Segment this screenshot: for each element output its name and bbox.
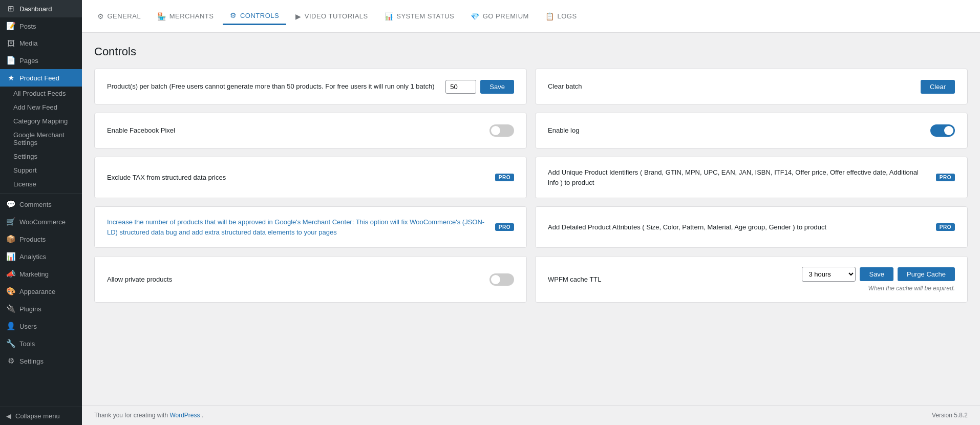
batch-input[interactable] xyxy=(445,80,476,94)
tab-merchants[interactable]: 🏪 MERCHANTS xyxy=(150,8,221,25)
increase-products-actions: PRO xyxy=(495,223,514,231)
tab-logs[interactable]: 📋 LOGS xyxy=(538,8,584,25)
controls-tab-icon: ⚙ xyxy=(230,11,237,19)
sub-label: License xyxy=(13,180,36,188)
private-products-toggle[interactable] xyxy=(489,273,514,286)
sidebar-item-products[interactable]: 📦 Products xyxy=(0,230,82,248)
sidebar-item-marketing[interactable]: 📣 Marketing xyxy=(0,265,82,283)
sidebar-item-comments[interactable]: 💬 Comments xyxy=(0,196,82,213)
clear-batch-label: Clear batch xyxy=(548,81,912,92)
detailed-attributes-label: Add Detailed Product Attributes ( Size, … xyxy=(548,222,928,232)
exclude-tax-actions: PRO xyxy=(495,174,514,181)
sidebar-sub-category-mapping[interactable]: Category Mapping xyxy=(0,114,82,128)
posts-icon: 📝 xyxy=(6,22,15,31)
sidebar-item-label: Marketing xyxy=(19,270,49,278)
card-cache-ttl: WPFM cache TTL 3 hours 6 hours 12 hours … xyxy=(535,256,968,303)
increase-products-label: Increase the number of products that wil… xyxy=(107,217,487,237)
batch-label: Product(s) per batch (Free users cannot … xyxy=(107,81,437,92)
appearance-icon: 🎨 xyxy=(6,287,15,296)
sidebar-sub-all-product-feeds[interactable]: All Product Feeds xyxy=(0,87,82,100)
page-content: Controls Product(s) per batch (Free user… xyxy=(82,33,980,405)
sidebar-sub-add-new-feed[interactable]: Add New Feed xyxy=(0,100,82,114)
card-private-products: Allow private products xyxy=(94,256,527,303)
sidebar-item-pages[interactable]: 📄 Pages xyxy=(0,52,82,69)
tab-go-premium[interactable]: 💎 GO PREMIUM xyxy=(463,8,536,25)
logs-tab-icon: 📋 xyxy=(545,12,555,20)
sidebar-item-dashboard[interactable]: ⊞ Dashboard xyxy=(0,0,82,17)
private-products-label: Allow private products xyxy=(107,274,481,285)
sidebar-item-media[interactable]: 🖼 Media xyxy=(0,35,82,52)
sidebar-item-label: WooCommerce xyxy=(19,218,66,226)
collapse-menu-button[interactable]: ◀ Collapse menu xyxy=(0,407,82,425)
sidebar-sub-license[interactable]: License xyxy=(0,177,82,191)
sidebar-item-users[interactable]: 👤 Users xyxy=(0,317,82,335)
tab-system-status[interactable]: 📊 SYSTEM STATUS xyxy=(377,8,461,25)
sidebar-item-posts[interactable]: 📝 Posts xyxy=(0,17,82,35)
sidebar-sub-settings[interactable]: Settings xyxy=(0,150,82,163)
collapse-label: Collapse menu xyxy=(15,412,60,420)
cache-controls: 3 hours 6 hours 12 hours 24 hours Save P… xyxy=(802,267,955,282)
footer-text: Thank you for creating with xyxy=(94,412,169,419)
sidebar-item-settings[interactable]: ⚙ Settings xyxy=(0,352,82,370)
cache-save-button[interactable]: Save xyxy=(860,267,893,281)
sidebar-item-analytics[interactable]: 📊 Analytics xyxy=(0,248,82,265)
tab-controls[interactable]: ⚙ CONTROLS xyxy=(223,7,286,25)
sidebar-item-label: Products xyxy=(19,236,46,243)
cache-ttl-select[interactable]: 3 hours 6 hours 12 hours 24 hours xyxy=(802,267,856,282)
cache-ttl-label: WPFM cache TTL xyxy=(548,274,794,285)
facebook-pixel-toggle[interactable] xyxy=(489,124,514,137)
unique-identifiers-label: Add Unique Product Identifiers ( Brand, … xyxy=(548,167,928,187)
sidebar-item-label: Product Feed xyxy=(19,74,59,82)
card-clear-batch: Clear batch Clear xyxy=(535,69,968,104)
sub-label: Add New Feed xyxy=(13,103,57,111)
unique-identifiers-actions: PRO xyxy=(936,174,955,181)
footer: Thank you for creating with WordPress . … xyxy=(82,405,980,425)
sidebar-item-label: Settings xyxy=(19,357,44,365)
exclude-tax-pro-badge: PRO xyxy=(495,174,514,181)
sidebar-item-label: Plugins xyxy=(19,305,41,313)
batch-save-button[interactable]: Save xyxy=(480,80,514,94)
tab-general[interactable]: ⚙ GENERAL xyxy=(90,8,148,25)
enable-log-label: Enable log xyxy=(548,125,922,136)
clear-batch-button[interactable]: Clear xyxy=(921,80,955,94)
footer-wordpress-link[interactable]: WordPress xyxy=(169,412,200,419)
sidebar-item-label: Users xyxy=(19,323,37,330)
media-icon: 🖼 xyxy=(6,39,15,48)
enable-log-actions xyxy=(930,124,955,137)
sub-label: Category Mapping xyxy=(13,117,68,125)
dashboard-icon: ⊞ xyxy=(6,4,15,13)
sidebar-item-label: Dashboard xyxy=(19,5,52,13)
purge-cache-button[interactable]: Purge Cache xyxy=(898,267,955,281)
top-nav: ⚙ GENERAL 🏪 MERCHANTS ⚙ CONTROLS ▶ VIDEO… xyxy=(82,0,980,33)
sidebar-item-plugins[interactable]: 🔌 Plugins xyxy=(0,300,82,317)
enable-log-toggle[interactable] xyxy=(930,124,955,137)
card-increase-products: Increase the number of products that wil… xyxy=(94,206,527,248)
sidebar-item-woocommerce[interactable]: 🛒 WooCommerce xyxy=(0,213,82,230)
users-icon: 👤 xyxy=(6,322,15,331)
footer-version: Version 5.8.2 xyxy=(932,412,968,419)
tab-label: GENERAL xyxy=(108,12,141,20)
sub-label: Settings xyxy=(13,153,37,160)
sidebar-sub-support[interactable]: Support xyxy=(0,163,82,177)
tab-video-tutorials[interactable]: ▶ VIDEO TUTORIALS xyxy=(288,8,375,25)
marketing-icon: 📣 xyxy=(6,269,15,279)
analytics-icon: 📊 xyxy=(6,252,15,261)
card-unique-identifiers: Add Unique Product Identifiers ( Brand, … xyxy=(535,157,968,198)
increase-products-pro-badge: PRO xyxy=(495,223,514,231)
sidebar-item-tools[interactable]: 🔧 Tools xyxy=(0,335,82,352)
sidebar-item-appearance[interactable]: 🎨 Appearance xyxy=(0,283,82,300)
product-feed-submenu: All Product Feeds Add New Feed Category … xyxy=(0,87,82,191)
pages-icon: 📄 xyxy=(6,56,15,65)
plugins-icon: 🔌 xyxy=(6,304,15,313)
sub-label: Support xyxy=(13,166,37,174)
detailed-attributes-pro-badge: PRO xyxy=(936,223,955,231)
detailed-attributes-actions: PRO xyxy=(936,223,955,231)
page-title: Controls xyxy=(94,45,968,58)
tab-label: LOGS xyxy=(557,12,577,20)
sidebar-sub-google-merchant[interactable]: Google Merchant Settings xyxy=(0,128,82,150)
tools-icon: 🔧 xyxy=(6,339,15,348)
comments-icon: 💬 xyxy=(6,200,15,209)
sub-label: All Product Feeds xyxy=(13,90,66,97)
collapse-icon: ◀ xyxy=(6,412,11,420)
sidebar-item-product-feed[interactable]: ★ Product Feed xyxy=(0,69,82,87)
